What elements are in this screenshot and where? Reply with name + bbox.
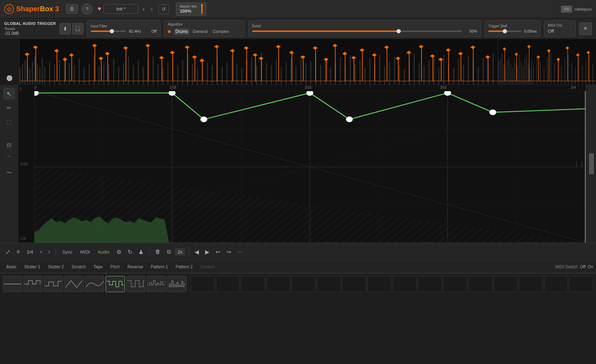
toolbar-separator-3	[189, 247, 189, 257]
settings-button[interactable]: ⚙	[114, 247, 123, 257]
trigger-icon-headphone[interactable]: 🎧	[72, 23, 83, 34]
right-scrollbar[interactable]	[586, 85, 596, 243]
redo-button[interactable]: ↪	[224, 247, 233, 257]
draw-tool-button[interactable]: ✏	[3, 102, 15, 114]
scroll-handle[interactable]	[589, 153, 594, 174]
midi-button[interactable]: MIDI	[77, 248, 93, 256]
preset-icon-reverse[interactable]	[126, 276, 145, 292]
trigger-shift-slider[interactable]	[488, 31, 521, 32]
svg-rect-25	[118, 67, 119, 85]
algo-drums-tab[interactable]: Drums	[174, 28, 189, 35]
select-tool-button[interactable]: ↖	[3, 88, 15, 100]
preset-icon-pattern1[interactable]	[147, 276, 166, 292]
tab-stutter1[interactable]: Stutter 1	[21, 263, 43, 271]
scroll-handle-icon[interactable]: ⋮⋮	[574, 161, 585, 167]
mult-value[interactable]: 2x	[175, 248, 185, 256]
svg-rect-10	[44, 66, 45, 85]
custom-box-8[interactable]	[367, 276, 391, 292]
loop-button[interactable]: ↻	[126, 247, 134, 257]
preset-name[interactable]: Init *	[103, 4, 138, 14]
svg-rect-4	[29, 69, 31, 85]
custom-box-7[interactable]	[342, 276, 366, 292]
input-filter-slider[interactable]	[91, 31, 126, 32]
detail-label: Detail	[252, 24, 478, 28]
curve-tool-button[interactable]: ⌒	[3, 153, 15, 165]
more-button[interactable]: ···	[235, 247, 244, 256]
svg-rect-50	[241, 68, 242, 85]
midi-switch-on[interactable]: On	[588, 264, 593, 269]
preset-next-button[interactable]: ›	[149, 5, 155, 13]
svg-marker-111	[69, 53, 74, 57]
expand-button[interactable]: ⤢	[4, 247, 12, 257]
help-button[interactable]: ?	[81, 4, 93, 15]
master-mix-control: Master Mix 100%	[176, 2, 206, 16]
custom-box-6[interactable]	[317, 276, 341, 292]
svg-rect-162	[387, 46, 387, 81]
power-button[interactable]: ⏻	[4, 4, 14, 14]
svg-marker-222	[503, 47, 506, 51]
svg-rect-20	[94, 55, 95, 85]
snap-tool-button[interactable]: ⊟	[3, 139, 15, 151]
svg-marker-163	[384, 46, 389, 49]
play-button[interactable]: ▶	[203, 247, 211, 257]
wave-tool-button[interactable]: 〜	[3, 167, 15, 179]
custom-box-16[interactable]	[569, 276, 593, 292]
svg-marker-107	[54, 49, 59, 53]
tab-basic[interactable]: Basic	[3, 263, 20, 271]
tab-pattern1[interactable]: Pattern 1	[147, 263, 171, 271]
custom-box-14[interactable]	[519, 276, 543, 292]
play-prev-button[interactable]: ◀	[192, 247, 201, 257]
grid-next-button[interactable]: ›	[46, 247, 52, 256]
svg-rect-220	[592, 63, 593, 85]
input-filter-panel: Input Filter 82.4Hz Off	[87, 20, 161, 37]
preset-prev-button[interactable]: ‹	[141, 5, 147, 13]
preset-icon-tape[interactable]	[85, 276, 104, 292]
tab-pitch[interactable]: Pitch	[107, 263, 123, 271]
tab-pattern2[interactable]: Pattern 2	[172, 263, 196, 271]
svg-marker-238	[587, 51, 590, 54]
humanize-button[interactable]: ♟	[136, 247, 145, 257]
custom-box-4[interactable]	[266, 276, 290, 292]
preset-icon-basic[interactable]	[3, 276, 22, 292]
copy-button[interactable]: ⧉	[165, 247, 173, 256]
undo-button[interactable]: ↩	[214, 247, 222, 257]
preset-icon-stutter2[interactable]	[44, 276, 63, 292]
trigger-icon-person[interactable]: ⬆	[60, 23, 71, 34]
trash-button[interactable]: 🗑	[153, 247, 163, 256]
detail-slider[interactable]	[252, 31, 462, 32]
algo-complex-tab[interactable]: Complex	[211, 28, 231, 35]
custom-box-15[interactable]	[544, 276, 568, 292]
refresh-button[interactable]: ↺	[158, 4, 169, 14]
svg-rect-189	[509, 57, 509, 85]
toolbar: ⤢ ≡ 1/4 ‹ › Sync MIDI Audio ⚙ ↻ ♟ 🗑 ⧉ 2x…	[0, 243, 596, 261]
grid-prev-button[interactable]: ‹	[38, 247, 44, 256]
custom-box-12[interactable]	[468, 276, 492, 292]
midi-switch-off[interactable]: Off	[580, 264, 585, 269]
preset-icon-scratch[interactable]	[65, 276, 84, 292]
trigger-close-button[interactable]: ×	[579, 22, 592, 35]
custom-box-1[interactable]	[191, 276, 215, 292]
custom-box-3[interactable]	[241, 276, 265, 292]
sync-button[interactable]: Sync	[60, 248, 75, 256]
tab-stutter2[interactable]: Stutter 2	[45, 263, 67, 271]
preset-icon-stutter1[interactable]	[23, 276, 43, 292]
threshold-handle[interactable]	[7, 75, 12, 81]
audio-button[interactable]: Audio	[95, 248, 112, 256]
custom-box-11[interactable]	[443, 276, 467, 292]
lines-button[interactable]: ≡	[14, 247, 22, 256]
custom-box-2[interactable]	[216, 276, 240, 292]
tab-reverse[interactable]: Reverse	[124, 263, 147, 271]
detail-panel: Detail 50%	[248, 20, 481, 37]
algo-general-tab[interactable]: General	[191, 28, 209, 35]
menu-button[interactable]: ☰	[66, 4, 78, 14]
tab-tape[interactable]: Tape	[90, 263, 106, 271]
preset-icon-pattern2[interactable]	[167, 276, 187, 292]
custom-box-5[interactable]	[292, 276, 316, 292]
custom-box-13[interactable]	[494, 276, 517, 292]
custom-box-10[interactable]	[418, 276, 442, 292]
custom-box-9[interactable]	[393, 276, 416, 292]
cableguys-logo: CG cableguys	[561, 6, 592, 13]
marquee-tool-button[interactable]: ⬚	[3, 116, 15, 128]
preset-icon-pitch[interactable]	[106, 276, 125, 292]
tab-scratch[interactable]: Scratch	[68, 263, 89, 271]
